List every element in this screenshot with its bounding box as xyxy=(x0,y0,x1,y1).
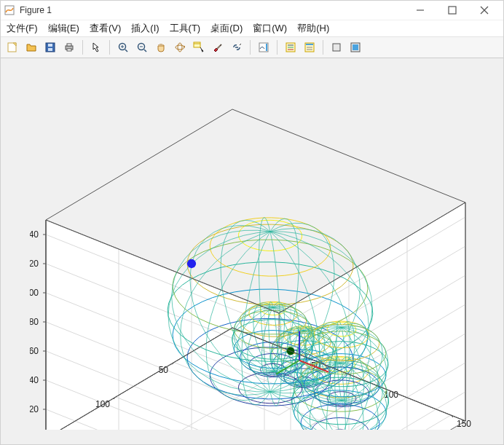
rotate3d-button[interactable] xyxy=(171,39,189,56)
svg-line-108 xyxy=(46,109,232,220)
hide-plot-tools-button[interactable] xyxy=(328,39,345,56)
app-icon xyxy=(4,4,15,16)
close-button[interactable] xyxy=(468,1,500,20)
link-plots-button[interactable] xyxy=(228,39,245,56)
menu-edit[interactable]: 编辑(E) xyxy=(47,20,81,36)
svg-text:80: 80 xyxy=(30,317,39,327)
toolbar-separator xyxy=(109,40,110,55)
figure-window: Figure 1 文件(F) 编辑(E) 查看(V) 插入(I) 工具(T) 桌… xyxy=(0,0,504,445)
property-editor-button[interactable] xyxy=(301,39,318,56)
data-cursor-button[interactable] xyxy=(190,39,208,56)
axes-3d[interactable]: 204060801001201405010015050100150 xyxy=(30,73,474,430)
insert-legend-button[interactable] xyxy=(282,39,299,56)
svg-point-19 xyxy=(176,45,184,50)
edit-plot-button[interactable] xyxy=(87,39,105,56)
svg-rect-2 xyxy=(449,7,456,14)
maximize-button[interactable] xyxy=(436,1,468,20)
axes-svg: 204060801001201405010015050100150 xyxy=(30,73,474,430)
svg-rect-35 xyxy=(333,44,340,51)
save-button[interactable] xyxy=(42,39,59,56)
titlebar: Figure 1 xyxy=(1,1,503,20)
toolbar-separator xyxy=(277,40,277,55)
zoom-in-button[interactable] xyxy=(114,39,132,56)
svg-rect-21 xyxy=(194,42,200,47)
svg-line-13 xyxy=(125,50,127,52)
window-title: Figure 1 xyxy=(20,5,52,15)
menu-window[interactable]: 窗口(W) xyxy=(251,20,288,36)
toolbar-separator xyxy=(82,40,83,55)
svg-rect-10 xyxy=(67,44,71,46)
minimize-button[interactable] xyxy=(404,1,436,20)
svg-text:20: 20 xyxy=(30,404,39,414)
svg-text:40: 40 xyxy=(30,375,39,385)
toolbar-separator xyxy=(250,40,251,55)
pan-button[interactable] xyxy=(152,39,170,56)
menu-insert[interactable]: 插入(I) xyxy=(130,20,160,36)
svg-text:140: 140 xyxy=(30,229,39,240)
svg-text:60: 60 xyxy=(30,346,39,356)
show-plot-tools-button[interactable] xyxy=(347,39,364,56)
svg-rect-32 xyxy=(306,44,313,45)
zoom-out-button[interactable] xyxy=(133,39,151,56)
menu-desktop[interactable]: 桌面(D) xyxy=(209,20,244,36)
svg-rect-26 xyxy=(266,44,267,51)
open-button[interactable] xyxy=(23,39,40,56)
plot-area[interactable]: 204060801001201405010015050100150 xyxy=(1,58,503,444)
svg-rect-37 xyxy=(353,44,358,50)
menu-file[interactable]: 文件(F) xyxy=(5,20,39,36)
svg-rect-7 xyxy=(48,44,52,47)
brush-button[interactable] xyxy=(209,39,227,56)
svg-text:50: 50 xyxy=(159,365,169,375)
new-figure-button[interactable] xyxy=(4,39,21,56)
toolbar-separator xyxy=(323,40,323,55)
insert-colorbar-button[interactable] xyxy=(255,39,272,56)
svg-point-99 xyxy=(187,259,196,268)
toolbar xyxy=(1,36,503,58)
svg-text:100: 100 xyxy=(30,288,39,298)
svg-line-17 xyxy=(144,50,146,52)
svg-rect-11 xyxy=(67,49,71,51)
svg-text:120: 120 xyxy=(30,259,39,269)
print-button[interactable] xyxy=(60,39,78,56)
svg-line-107 xyxy=(232,109,465,202)
svg-rect-8 xyxy=(48,48,52,51)
menubar: 文件(F) 编辑(E) 查看(V) 插入(I) 工具(T) 桌面(D) 窗口(W… xyxy=(1,20,503,36)
menu-tools[interactable]: 工具(T) xyxy=(168,20,202,36)
svg-point-20 xyxy=(178,43,182,52)
menu-view[interactable]: 查看(V) xyxy=(88,20,122,36)
menu-help[interactable]: 帮助(H) xyxy=(296,20,331,36)
